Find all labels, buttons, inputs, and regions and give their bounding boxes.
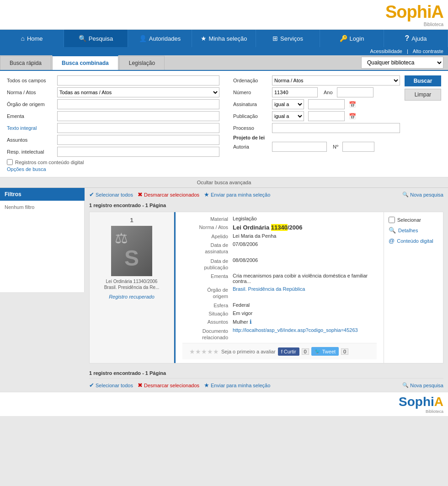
bottom-desmarcar-btn[interactable]: ✖ Desmarcar selecionados <box>138 382 199 389</box>
selecionar-todos-btn[interactable]: ✔ Selecionar todos <box>89 191 133 198</box>
input-numero[interactable] <box>272 87 318 97</box>
acessibilidade-link[interactable]: Acessibilidade <box>370 48 402 54</box>
tweet-count: 0 <box>341 348 348 355</box>
stars[interactable]: ★★★★★ <box>189 348 219 355</box>
alto-contraste-link[interactable]: Alto contraste <box>413 48 443 54</box>
card-row-apelido: Apelido Lei Maria da Penha <box>182 233 377 239</box>
no-filter-label: Nenhum filtro <box>5 204 34 210</box>
curtir-btn[interactable]: f Curtir <box>278 347 299 356</box>
results-count-bottom-text: 1 registro encontrado - 1 Página <box>89 370 166 376</box>
nav-pesquisa[interactable]: 🔍 Pesquisa <box>64 30 128 47</box>
select-norma-atos[interactable]: Todas as normas / Atos <box>57 87 219 97</box>
nav-ajuda[interactable]: ? Ajuda <box>384 30 448 47</box>
results-count-top: 1 registro encontrado - 1 Página <box>89 201 443 209</box>
checkbox-digital-label: Registros com conteúdo digital <box>15 160 84 165</box>
card-row-ementa: Ementa Cria mecanismos para coibir a vio… <box>182 273 377 284</box>
card-visual: ⚖ S Lei Ordinária 11340/2006 Brasil. Pre… <box>104 226 160 290</box>
nova-pesquisa-btn[interactable]: 🔍 Nova pesquisa <box>402 192 443 198</box>
input-autoria[interactable] <box>272 142 327 152</box>
input-todos-campos[interactable] <box>57 75 219 85</box>
norma-highlight: 11340 <box>271 224 288 231</box>
tab-legislacao[interactable]: Legislação <box>119 56 165 70</box>
main-nav: ⌂ Home 🔍 Pesquisa 👤 Autoridades ★ Minha … <box>0 30 448 47</box>
field-value-norma: Lei Ordinária 11340/2006 <box>233 224 377 231</box>
tab-busca-combinada[interactable]: Busca combinada <box>52 55 118 70</box>
detalhes-link[interactable]: 🔍 Detalhes <box>389 227 418 234</box>
card-row-assuntos: Assuntos Mulher ℹ <box>182 319 377 325</box>
select-assinatura-op[interactable]: igual a <box>272 99 304 109</box>
input-ementa[interactable] <box>57 111 219 121</box>
desmarcar-label: Desmarcar selecionados <box>144 192 199 198</box>
calendar-assinatura-icon[interactable]: 📅 <box>349 101 356 108</box>
opcoes-busca-link[interactable]: Opções de busca <box>7 166 46 172</box>
input-publicacao[interactable] <box>308 111 345 121</box>
orgao-link[interactable]: Brasil. Presidência da República <box>233 286 305 292</box>
checkbox-digital[interactable] <box>7 159 13 165</box>
input-texto-integral[interactable] <box>57 123 219 133</box>
field-label-data-assinatura: Data deassinatura <box>182 241 233 255</box>
access-sep: | <box>407 48 408 54</box>
select-publicacao-op[interactable]: igual a <box>272 111 304 121</box>
selecionar-checkbox[interactable] <box>389 217 395 223</box>
label-ano: Ano <box>324 90 333 95</box>
input-no[interactable] <box>342 142 374 152</box>
limpar-button[interactable]: Limpar <box>405 89 441 101</box>
input-resp[interactable] <box>57 147 219 157</box>
curtir-count: 0 <box>302 348 309 355</box>
search-row-resp: Resp. intelectual <box>7 147 219 157</box>
nav-minha-selecao[interactable]: ★ Minha seleção <box>192 30 256 47</box>
magnify-icon: 🔍 <box>402 192 409 198</box>
field-value-material: Legislação <box>233 216 377 221</box>
card-thumb-subtitle: Brasil. Presidência da Re... <box>104 284 160 290</box>
library-selector[interactable]: Qualquer biblioteca <box>361 57 443 69</box>
bottom-magnify-icon: 🔍 <box>402 382 409 388</box>
card-recovered-label: Registro recuperado <box>109 294 155 299</box>
card-row-situacao: Situação Em vigor <box>182 310 377 316</box>
selecionar-label: Selecionar <box>397 217 421 223</box>
card-thumb-letter: S <box>124 246 139 271</box>
tab-busca-rapida[interactable]: Busca rápida <box>0 56 51 70</box>
select-ordenacao[interactable]: Norma / Atos <box>272 75 400 85</box>
input-processo[interactable] <box>272 123 400 133</box>
nav-autoridades[interactable]: 👤 Autoridades <box>128 30 192 47</box>
bottom-selecionar-todos-btn[interactable]: ✔ Selecionar todos <box>89 382 133 389</box>
hide-search-bar[interactable]: Ocultar busca avançada <box>0 177 448 188</box>
input-ano[interactable] <box>337 87 373 97</box>
input-assinatura[interactable] <box>308 99 345 109</box>
doc-relacionado-link[interactable]: http://localhost/asp_v8/index.asp?codigo… <box>233 327 358 333</box>
people-icon: 👤 <box>139 35 147 42</box>
search-row-orgao: Órgão de origem <box>7 99 219 109</box>
desmarcar-selecionados-btn[interactable]: ✖ Desmarcar selecionados <box>138 191 199 198</box>
field-label-esfera: Esfera <box>182 302 233 308</box>
calendar-publicacao-icon[interactable]: 📅 <box>349 113 356 120</box>
card-row-material: Material Legislação <box>182 216 377 222</box>
tweet-btn[interactable]: 🐦 Tweet <box>311 347 339 356</box>
nav-servicos[interactable]: ⊞ Serviços <box>256 30 320 47</box>
access-bar: Acessibilidade | Alto contraste <box>0 47 448 55</box>
conteudo-digital-link[interactable]: @ Conteúdo digital <box>389 237 433 244</box>
result-card: 1 ⚖ S Lei Ordinária 11340/2006 Brasil. P… <box>89 212 443 363</box>
search-row-ementa: Ementa <box>7 111 219 121</box>
bottom-enviar-btn[interactable]: ★ Enviar para minha seleção <box>204 382 270 389</box>
bottom-biblioteca-text: Biblioteca <box>426 409 443 414</box>
info-icon[interactable]: ℹ <box>250 319 252 325</box>
card-actions: Selecionar 🔍 Detalhes @ Conteúdo digital <box>384 212 443 363</box>
enviar-selecao-btn[interactable]: ★ Enviar para minha seleção <box>204 191 270 198</box>
card-row-esfera: Esfera Federal <box>182 302 377 308</box>
input-orgao[interactable] <box>57 99 219 109</box>
label-no: Nº <box>333 144 338 150</box>
buscar-button[interactable]: Buscar <box>405 75 441 86</box>
label-numero: Número <box>233 90 270 95</box>
nav-home[interactable]: ⌂ Home <box>0 30 64 47</box>
nav-login[interactable]: 🔑 Login <box>320 30 384 47</box>
row-publicacao: Publicação igual a 📅 <box>233 111 400 121</box>
x-icon: ✖ <box>138 191 143 198</box>
input-assuntos[interactable] <box>57 135 219 145</box>
card-content: Material Legislação Norma / Atos Lei Ord… <box>176 212 384 363</box>
card-thumb-image[interactable]: ⚖ S <box>111 226 152 276</box>
fb-icon: f <box>281 349 283 354</box>
bottom-nova-pesquisa-btn[interactable]: 🔍 Nova pesquisa <box>402 382 443 388</box>
tweet-label: Tweet <box>322 349 336 354</box>
library-select[interactable]: Qualquer biblioteca <box>361 57 443 69</box>
row-autoria: Autoria Nº <box>233 142 400 152</box>
